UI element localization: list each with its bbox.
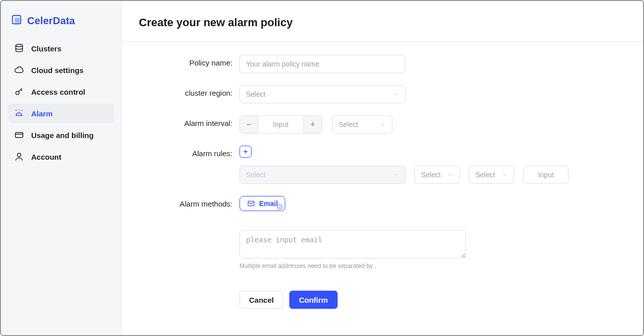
alarm-method-email-label: Email <box>259 199 278 208</box>
alarm-email-textarea[interactable] <box>239 230 466 258</box>
alarm-rules-label: Alarm rules: <box>139 146 239 158</box>
cluster-region-label: cluster region: <box>139 85 239 97</box>
page-title: Create your new alarm policy <box>139 16 626 29</box>
chevron-down-icon <box>380 121 386 127</box>
stepper-decrease-button[interactable]: − <box>240 116 258 133</box>
user-icon <box>14 152 24 162</box>
main: Create your new alarm policy Policy name… <box>122 1 643 335</box>
rule-value-input[interactable] <box>523 166 569 184</box>
page-header: Create your new alarm policy <box>122 1 643 42</box>
check-circle-icon <box>277 204 283 210</box>
sidebar-item-usage-billing[interactable]: Usage and billing <box>8 125 114 145</box>
svg-rect-1 <box>15 18 20 23</box>
key-icon <box>14 87 24 97</box>
svg-point-2 <box>16 44 22 47</box>
alarm-interval-input[interactable] <box>258 116 303 133</box>
sidebar-item-clusters[interactable]: Clusters <box>8 38 114 58</box>
alarm-interval-label: Alarm interval: <box>139 115 239 127</box>
policy-name-label: Policy name: <box>139 55 239 67</box>
select-placeholder: Select <box>421 171 441 179</box>
sidebar-item-alarm[interactable]: Alarm <box>8 103 114 123</box>
sidebar-item-label: Account <box>31 153 61 161</box>
database-icon <box>14 43 24 53</box>
sidebar-item-label: Usage and billing <box>31 131 94 140</box>
brand-logo: CelerData <box>8 11 114 38</box>
svg-point-5 <box>18 153 21 157</box>
alarm-interval-unit-select[interactable]: Select <box>332 115 392 133</box>
brand-name: CelerData <box>27 15 75 27</box>
rule-condition-select[interactable]: Select <box>469 166 514 184</box>
select-placeholder: Select <box>475 171 495 179</box>
sidebar-item-account[interactable]: Account <box>8 147 114 167</box>
select-placeholder: Select <box>246 90 266 98</box>
chevron-down-icon <box>502 172 508 178</box>
alarm-email-hint: Multiple email addresses need to be sepa… <box>239 262 626 270</box>
alarm-interval-stepper: − + <box>239 115 322 133</box>
alarm-method-email-chip[interactable]: Email <box>239 196 285 211</box>
svg-point-3 <box>16 91 19 95</box>
sidebar-item-label: Clusters <box>31 44 61 53</box>
card-icon <box>14 130 24 140</box>
sidebar-nav: Clusters Cloud settings Access control A… <box>8 38 114 167</box>
sidebar-item-access-control[interactable]: Access control <box>8 82 114 102</box>
chevron-down-icon <box>393 172 399 178</box>
alarm-icon <box>14 108 24 118</box>
svg-rect-4 <box>16 132 23 138</box>
sidebar-item-label: Cloud settings <box>31 66 84 75</box>
chevron-down-icon <box>393 91 399 97</box>
alarm-methods-label: Alarm methods: <box>139 196 239 208</box>
rule-metric-select[interactable]: Select <box>239 166 406 184</box>
chevron-down-icon <box>447 172 453 178</box>
cancel-button[interactable]: Cancel <box>239 291 283 309</box>
policy-name-input[interactable] <box>239 55 406 73</box>
cloud-icon <box>14 65 24 75</box>
rule-operator-select[interactable]: Select <box>415 166 460 184</box>
sidebar-item-label: Access control <box>31 88 86 96</box>
add-rule-button[interactable] <box>239 146 252 158</box>
sidebar-item-cloud-settings[interactable]: Cloud settings <box>8 60 114 80</box>
sidebar: CelerData Clusters Cloud settings Access… <box>1 1 122 335</box>
sidebar-item-label: Alarm <box>31 109 53 118</box>
confirm-button[interactable]: Confirm <box>289 291 338 309</box>
mail-icon <box>247 199 255 208</box>
stepper-increase-button[interactable]: + <box>303 116 321 133</box>
cluster-region-select[interactable]: Select <box>239 85 406 103</box>
form-content: Policy name: cluster region: Select <box>122 42 643 322</box>
select-placeholder: Select <box>339 120 358 128</box>
select-placeholder: Select <box>246 171 266 179</box>
logo-icon <box>11 14 22 27</box>
